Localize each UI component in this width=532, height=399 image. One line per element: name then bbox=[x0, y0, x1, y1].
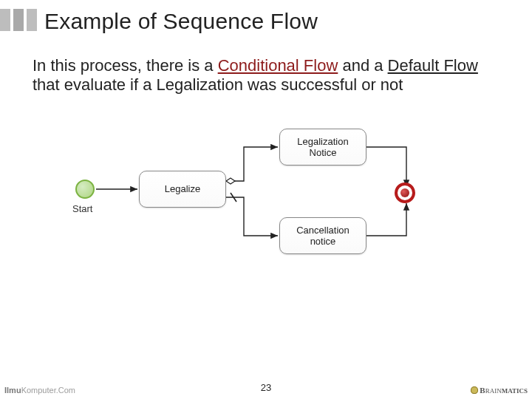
accent-tab bbox=[27, 9, 37, 31]
end-event bbox=[395, 183, 415, 203]
page-title: Example of Sequence Flow bbox=[44, 9, 318, 34]
footer-brand-left: IlmuKomputer.Com bbox=[4, 386, 75, 395]
task-cancellation-notice: Cancellation notice bbox=[279, 217, 366, 254]
lightbulb-icon bbox=[471, 386, 478, 394]
accent-tab bbox=[0, 9, 10, 31]
start-event bbox=[75, 180, 95, 199]
brand-text: .Com bbox=[56, 386, 75, 395]
page-number: 23 bbox=[0, 382, 532, 393]
slide: Example of Sequence Flow In this process… bbox=[0, 0, 532, 399]
desc-text: In this process, there is a bbox=[33, 56, 218, 75]
brand-text: Komputer bbox=[21, 386, 56, 395]
header-accent-tabs bbox=[0, 9, 37, 31]
brand-text: MATICS bbox=[502, 387, 528, 395]
bpmn-diagram: Start Legalize Legalization Notice Cance… bbox=[59, 120, 473, 268]
slide-header: Example of Sequence Flow bbox=[0, 0, 532, 34]
footer-brand-right: BRAINMATICS bbox=[471, 386, 528, 395]
task-legalize: Legalize bbox=[139, 171, 226, 208]
task-label: Legalize bbox=[165, 183, 200, 194]
task-label: Legalization Notice bbox=[284, 136, 361, 158]
end-event-terminate-icon bbox=[400, 188, 409, 197]
brand-text: Ilmu bbox=[4, 386, 21, 395]
task-legalization-notice: Legalization Notice bbox=[279, 129, 366, 166]
desc-text: that evaluate if a Legalization was succ… bbox=[33, 75, 403, 94]
desc-text: and a bbox=[338, 56, 387, 75]
slide-body: In this process, there is a Conditional … bbox=[0, 34, 532, 268]
start-event-label: Start bbox=[72, 203, 92, 214]
task-label: Cancellation notice bbox=[284, 225, 361, 247]
accent-tab bbox=[13, 9, 24, 31]
default-flow-term: Default Flow bbox=[388, 56, 478, 75]
brand-text: B bbox=[480, 386, 485, 395]
brand-text: RAIN bbox=[485, 387, 502, 395]
conditional-flow-term: Conditional Flow bbox=[218, 56, 338, 75]
description-paragraph: In this process, there is a Conditional … bbox=[33, 56, 499, 95]
